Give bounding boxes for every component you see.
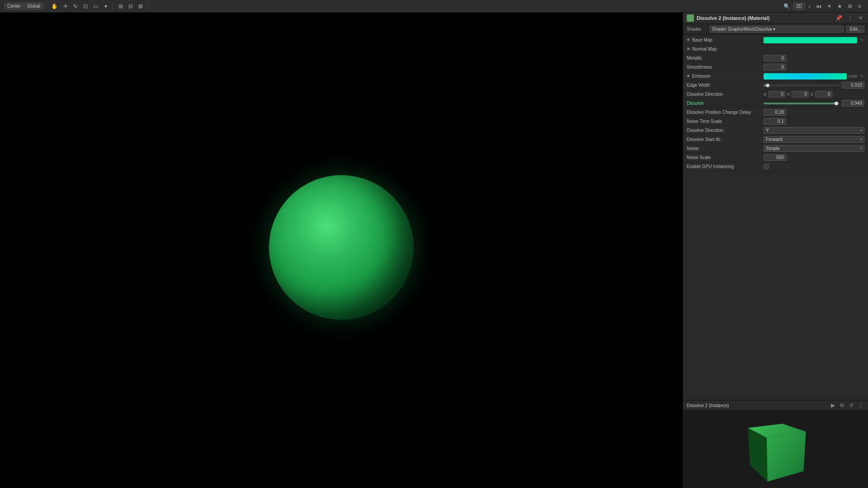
global-button[interactable]: Global: [24, 3, 43, 9]
dissolve-delay-input[interactable]: [764, 109, 786, 116]
dissolve-label: Dissolve: [687, 101, 764, 106]
green-sphere: [269, 175, 414, 320]
preview-content: [683, 411, 868, 488]
y-input[interactable]: [792, 91, 809, 98]
move-tool-button[interactable]: ✛: [61, 2, 70, 10]
toolbar: Center Global ✋ ✛ ↻ ⊡ ▭ ✦ ⊞ ⊟ ⊠ 🔍 2D ♪ ⏮…: [0, 0, 868, 13]
scene-viewport[interactable]: [0, 13, 683, 488]
panel-pin-button[interactable]: 📌: [834, 15, 844, 21]
preview-more-btn[interactable]: ⋮: [857, 402, 864, 408]
dissolve-dir2-value: Y ▾: [764, 127, 864, 134]
noise-scale-row: Noise Scale: [683, 153, 868, 162]
dissolve-start-arrow: ▾: [860, 137, 862, 141]
normal-map-label: Normal Map: [687, 47, 764, 52]
2d-button[interactable]: 2D: [793, 3, 805, 9]
rect-tool-button[interactable]: ▭: [91, 2, 100, 10]
dissolve-start-label: Dissolve Start At:: [687, 137, 764, 142]
metallic-input[interactable]: [764, 55, 786, 61]
center-global-group: Center Global: [3, 3, 45, 9]
snap-button[interactable]: ⊟: [126, 2, 135, 10]
edge-width-value: [764, 82, 864, 89]
settings-button[interactable]: ⚙: [845, 2, 855, 10]
noise-dropdown[interactable]: Simple ▾: [764, 145, 864, 152]
play-button[interactable]: ⏮: [814, 2, 824, 10]
preview-play-btn[interactable]: ▶: [830, 402, 836, 408]
edge-width-slider-container: [764, 82, 864, 89]
z-label: Z: [811, 92, 813, 97]
dissolve-input[interactable]: [842, 100, 864, 107]
dissolve-direction-label: Dissolve Direction: [687, 92, 764, 97]
dissolve-slider-thumb[interactable]: [835, 102, 838, 105]
edge-width-slider-track[interactable]: [764, 84, 840, 86]
custom-tool-button[interactable]: ✦: [101, 2, 110, 10]
emission-value: HDR ✎: [764, 73, 864, 80]
smoothness-row: Smoothness: [683, 63, 868, 72]
edge-width-label: Edge Width: [687, 83, 764, 88]
z-input[interactable]: [815, 91, 832, 98]
smoothness-input[interactable]: [764, 64, 786, 70]
scale-tool-button[interactable]: ⊡: [81, 2, 90, 10]
rotate-tool-button[interactable]: ↻: [71, 2, 80, 10]
noise-time-scale-input[interactable]: [764, 118, 786, 125]
gpu-instancing-value: [764, 164, 864, 169]
dissolve-start-value: Forward ▾: [764, 136, 864, 143]
grid-button[interactable]: ⊞: [116, 2, 125, 10]
base-map-edit-btn[interactable]: ✎: [859, 38, 864, 42]
gpu-instancing-row: Enable GPU Instancing: [683, 162, 868, 171]
dissolve-start-selected: Forward: [766, 137, 783, 142]
x-input[interactable]: [768, 91, 785, 98]
main-area: Dissolve 2 (Instance) (Material) 📌 ⋮ ✕ S…: [0, 13, 868, 488]
emission-edit-btn[interactable]: ✎: [859, 74, 864, 79]
dissolve-dir2-dropdown[interactable]: Y ▾: [764, 127, 864, 134]
effects-button[interactable]: ★: [835, 2, 844, 10]
dissolve-dir2-selected: Y: [766, 128, 769, 133]
search-button[interactable]: 🔍: [781, 2, 793, 10]
y-label: Y: [787, 92, 790, 97]
panel-more-button[interactable]: ⋮: [846, 15, 854, 21]
noise-time-scale-row: Noise Time Scale: [683, 117, 868, 126]
smoothness-value: [764, 64, 864, 70]
emission-row: Emission HDR ✎: [683, 72, 868, 81]
noise-time-scale-value: [764, 118, 864, 125]
dissolve-slider-track[interactable]: [764, 103, 840, 104]
noise-scale-value: [764, 154, 864, 161]
edge-width-input[interactable]: [842, 82, 864, 89]
hdr-label: HDR: [849, 74, 858, 79]
base-map-label: Base Map: [687, 38, 764, 42]
base-map-color[interactable]: [764, 37, 857, 43]
cube-front: [766, 432, 806, 482]
shader-dropdown[interactable]: Shader Graphs/MeshDissolve ▾: [710, 26, 844, 33]
layers-button[interactable]: ⊠: [136, 2, 145, 10]
edge-width-slider-thumb[interactable]: [766, 84, 769, 87]
dissolve-direction-value: X Y Z: [764, 91, 864, 98]
metallic-label: Metallic: [687, 56, 764, 61]
shader-label: Shader: [687, 27, 707, 32]
dissolve-dir2-arrow: ▾: [860, 128, 862, 132]
preview-settings-btn[interactable]: ⚙: [839, 402, 845, 408]
metallic-row: Metallic: [683, 54, 868, 63]
center-button[interactable]: Center: [5, 3, 24, 9]
dissolve-slider-fill: [764, 103, 836, 104]
shader-edit-button[interactable]: Edit...: [846, 26, 864, 33]
noise-time-scale-label: Noise Time Scale: [687, 119, 764, 124]
layers2-button[interactable]: ≡: [856, 2, 863, 10]
dissolve-dir2-label: Dissolve Direction:: [687, 128, 764, 133]
properties-panel: Base Map ✎ Normal Map Metallic: [683, 35, 868, 400]
preview-cube: [756, 427, 793, 472]
audio-button[interactable]: ♪: [806, 2, 813, 10]
shader-dropdown-arrow: ▾: [773, 27, 775, 32]
preview-reload-btn[interactable]: ↺: [848, 402, 854, 408]
dissolve-delay-row: Dissolve Position Change Delay: [683, 108, 868, 117]
lighting-button[interactable]: ☀: [825, 2, 834, 10]
noise-arrow: ▾: [860, 146, 862, 150]
noise-scale-input[interactable]: [764, 154, 786, 161]
gpu-instancing-checkbox[interactable]: [764, 164, 769, 169]
base-map-row: Base Map ✎: [683, 36, 868, 45]
x-label: X: [764, 92, 766, 97]
hand-tool-button[interactable]: ✋: [49, 2, 60, 10]
dissolve-start-dropdown[interactable]: Forward ▾: [764, 136, 864, 143]
emission-color[interactable]: [764, 73, 847, 80]
sphere-container: [269, 175, 414, 320]
right-panel: Dissolve 2 (Instance) (Material) 📌 ⋮ ✕ S…: [683, 13, 868, 488]
panel-close-button[interactable]: ✕: [857, 15, 864, 21]
